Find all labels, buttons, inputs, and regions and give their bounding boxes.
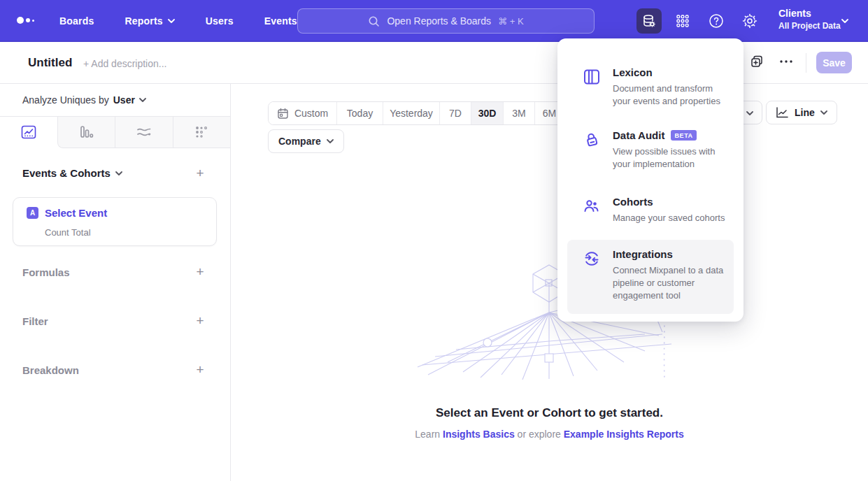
database-gear-icon <box>641 13 657 29</box>
data-management-button[interactable] <box>636 8 662 34</box>
tab-insights[interactable] <box>0 117 57 148</box>
beta-badge: BETA <box>671 130 696 141</box>
lexicon-book-icon <box>583 68 601 86</box>
mixpanel-logo-icon[interactable] <box>17 17 34 24</box>
gear-icon <box>741 13 758 29</box>
date-range-group: Custom Today Yesterday 7D 30D 3M 6M <box>268 101 564 125</box>
add-filter-button[interactable]: + <box>194 315 206 327</box>
chevron-down-icon <box>327 139 334 143</box>
chevron-down-icon <box>115 171 122 175</box>
nav-item-boards[interactable]: Boards <box>59 15 94 27</box>
chart-area: Custom Today Yesterday 7D 30D 3M 6M Comp… <box>231 84 868 481</box>
tab-retention[interactable] <box>173 117 231 148</box>
insights-line-chart-icon <box>20 124 37 141</box>
apps-grid-icon <box>675 13 690 29</box>
help-icon <box>708 13 725 29</box>
report-title[interactable]: Untitled <box>28 56 72 70</box>
chevron-down-icon <box>746 111 753 115</box>
menu-item-integrations[interactable]: Integrations Connect Mixpanel to a data … <box>567 240 734 314</box>
calendar-icon <box>277 108 289 120</box>
menu-item-lexicon[interactable]: Lexicon Document and transform your even… <box>567 58 734 116</box>
chevron-down-icon <box>841 19 848 23</box>
line-chart-icon <box>776 107 789 119</box>
breakdown-section-label: Breakdown <box>22 364 79 376</box>
range-today-button[interactable]: Today <box>336 102 383 124</box>
duplicate-button[interactable] <box>750 55 764 69</box>
header-divider <box>806 53 806 73</box>
search-icon <box>368 15 380 27</box>
range-30d-button[interactable]: 30D <box>471 102 503 124</box>
add-formula-button[interactable]: + <box>194 266 206 278</box>
analyze-uniques-row: Analyze Uniques by User <box>0 84 230 117</box>
event-card[interactable]: A Select Event Count Total <box>13 197 217 246</box>
top-navigation: Boards Reports Users Events Open Reports… <box>0 0 868 42</box>
cohorts-users-icon <box>583 197 601 215</box>
event-series-badge: A <box>27 207 38 219</box>
chevron-down-icon <box>168 19 175 23</box>
menu-item-data-audit[interactable]: Data Audit BETA View possible issues wit… <box>567 121 734 179</box>
search-input[interactable]: Open Reports & Boards ⌘ + K <box>297 8 595 34</box>
nav-links: Boards Reports Users Events <box>59 0 297 42</box>
more-dots-icon <box>778 56 794 67</box>
events-cohorts-header[interactable]: Events & Cohorts <box>22 167 122 179</box>
chevron-down-icon <box>139 98 146 102</box>
insights-basics-link[interactable]: Insights Basics <box>443 429 515 440</box>
count-total-selector[interactable]: Count Total <box>45 227 91 238</box>
compare-button[interactable]: Compare <box>268 129 344 153</box>
add-breakdown-button[interactable]: + <box>194 364 206 376</box>
empty-state-title: Select an Event or Cohort to get started… <box>231 406 868 420</box>
filter-section-label: Filter <box>22 315 48 327</box>
duplicate-icon <box>750 55 764 69</box>
bar-chart-icon <box>78 124 94 141</box>
report-type-tabs <box>0 117 230 148</box>
range-3m-button[interactable]: 3M <box>503 102 534 124</box>
flows-icon <box>135 124 153 141</box>
range-7d-button[interactable]: 7D <box>439 102 471 124</box>
search-shortcut: ⌘ + K <box>498 16 524 27</box>
retention-icon <box>193 124 210 141</box>
apps-grid-button[interactable] <box>670 8 695 34</box>
integrations-sync-icon <box>583 250 601 268</box>
example-reports-link[interactable]: Example Insights Reports <box>564 429 684 440</box>
query-builder-sidebar: Analyze Uniques by User <box>0 84 231 481</box>
chart-type-selector[interactable]: Line <box>766 101 837 124</box>
chevron-down-icon <box>820 110 827 115</box>
search-placeholder: Open Reports & Boards <box>387 15 491 27</box>
formulas-section-label: Formulas <box>22 266 70 278</box>
analyze-label: Analyze Uniques by <box>22 94 109 106</box>
range-custom-button[interactable]: Custom <box>269 102 336 124</box>
tab-funnels[interactable] <box>57 117 115 148</box>
subtitle-prefix: Learn <box>415 429 440 440</box>
menu-item-cohorts[interactable]: Cohorts Manage your saved cohorts <box>567 187 734 233</box>
subtitle-middle: or explore <box>518 429 561 440</box>
nav-item-reports[interactable]: Reports <box>124 15 174 27</box>
help-button[interactable] <box>704 8 729 34</box>
select-event-label[interactable]: Select Event <box>45 207 107 219</box>
settings-button[interactable] <box>737 8 762 34</box>
data-management-menu: Lexicon Document and transform your even… <box>557 38 744 322</box>
range-yesterday-button[interactable]: Yesterday <box>383 102 439 124</box>
tab-flows[interactable] <box>115 117 173 148</box>
empty-state-subtitle: Learn Insights Basics or explore Example… <box>231 429 868 440</box>
more-options-button[interactable] <box>778 56 794 67</box>
data-audit-icon <box>583 131 601 149</box>
add-description-field[interactable]: + Add description... <box>83 58 166 69</box>
nav-item-events[interactable]: Events <box>264 15 297 27</box>
nav-item-users[interactable]: Users <box>206 15 234 27</box>
save-button[interactable]: Save <box>816 52 852 73</box>
analyze-value-selector[interactable]: User <box>113 94 146 106</box>
add-event-button[interactable]: + <box>194 167 206 180</box>
